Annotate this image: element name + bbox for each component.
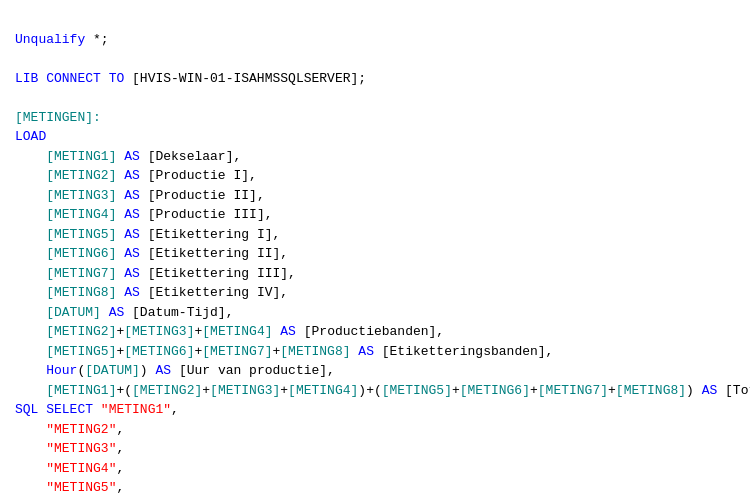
lib-keyword: LIB (15, 71, 46, 86)
sql-keyword: SQL (15, 402, 38, 417)
script-editor: Unqualify *; LIB CONNECT TO [HVIS-WIN-01… (15, 10, 735, 501)
section-label: [METINGEN]: (15, 110, 101, 125)
unqualify-keyword: Unqualify (15, 32, 85, 47)
load-keyword: LOAD (15, 129, 46, 144)
